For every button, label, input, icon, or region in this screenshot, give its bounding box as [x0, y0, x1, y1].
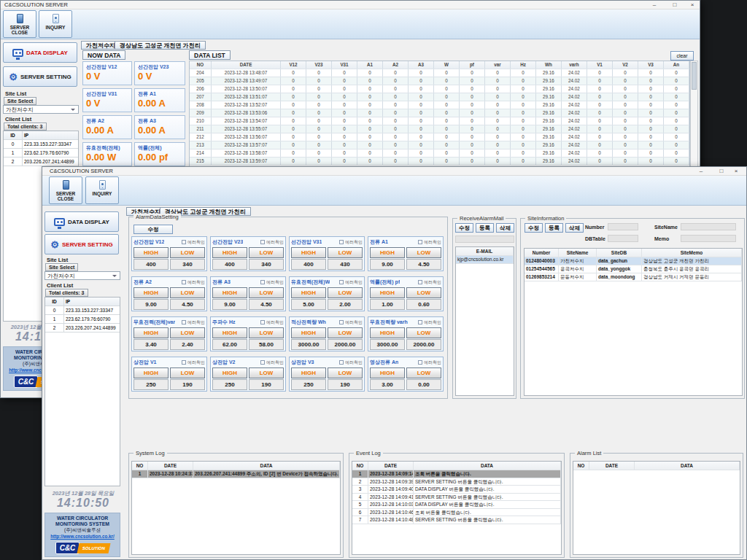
maximize-icon[interactable]: □	[669, 1, 681, 9]
high-button[interactable]: HIGH	[370, 287, 405, 298]
table-row[interactable]: 2092023-12-28 13:53:06000000000029.1624.…	[190, 109, 689, 117]
table-row[interactable]: 2122023-12-28 13:56:07000000000029.1624.…	[190, 133, 689, 141]
low-button[interactable]: LOW	[170, 327, 205, 338]
checkbox[interactable]	[418, 240, 422, 244]
inquiry-button[interactable]: INQUIRY	[85, 176, 119, 204]
high-button[interactable]: HIGH	[212, 327, 247, 338]
checkbox[interactable]	[260, 240, 265, 244]
table-row[interactable]: 2072023-12-28 13:51:07000000000029.1624.…	[190, 93, 689, 101]
checkbox[interactable]	[182, 320, 186, 324]
company-link[interactable]: http://www.cncsolution.co.kr/	[45, 533, 120, 540]
site-register-button[interactable]: 등록	[545, 223, 563, 233]
number-input[interactable]	[608, 223, 638, 230]
titlebar[interactable]: C&CSOLUTION SERVER – □ ×	[1, 1, 700, 9]
nav-server-setting[interactable]: ⚙ SERVER SETTING	[44, 234, 119, 254]
table-row[interactable]: 2062023-12-28 13:50:07000000000029.1624.…	[190, 85, 689, 93]
site-delete-button[interactable]: 삭제	[565, 223, 584, 233]
high-button[interactable]: HIGH	[133, 287, 169, 298]
site-select-dropdown[interactable]: 가천저수지	[3, 105, 79, 114]
site-row[interactable]: 01269853214문동저수지data_moondong경상남도 거제시 거제…	[525, 273, 742, 281]
checkbox[interactable]	[339, 320, 344, 324]
log-row[interactable]: 72023-12-28 14:10:48SERVER SETTING 버튼을 클…	[352, 516, 561, 524]
log-row[interactable]: 32023-12-28 14:09:40DATA DISPLAY 버튼을 클릭했…	[352, 486, 561, 494]
table-row[interactable]: 2142023-12-28 13:58:07000000000029.1624.…	[190, 149, 689, 158]
checkbox[interactable]	[182, 360, 186, 365]
tab-site-address[interactable]: 경상남도 고성군 개천면 가천리	[115, 41, 206, 50]
checkbox[interactable]	[339, 240, 344, 244]
minimize-icon[interactable]: –	[695, 167, 707, 175]
site-row[interactable]: 01248040003가천저수지data_gachun경상남도 고성군 개천면 …	[525, 257, 742, 265]
scrollbar-thumb[interactable]	[692, 62, 697, 90]
checkbox[interactable]	[182, 280, 186, 284]
checkbox[interactable]	[418, 320, 422, 324]
titlebar[interactable]: C&CSOLUTION SERVER – □ ×	[42, 167, 746, 176]
site-select-label[interactable]: Site Select	[4, 97, 36, 105]
high-button[interactable]: HIGH	[133, 368, 169, 378]
checkbox[interactable]	[339, 280, 344, 284]
table-row[interactable]: 2052023-12-28 13:49:07000000000029.1624.…	[190, 77, 689, 85]
low-button[interactable]: LOW	[406, 287, 441, 298]
checkbox[interactable]	[260, 280, 265, 284]
low-button[interactable]: LOW	[406, 368, 441, 378]
high-button[interactable]: HIGH	[291, 327, 326, 338]
nav-data-display[interactable]: DATA DISPLAY	[44, 211, 119, 232]
checkbox[interactable]	[418, 280, 422, 284]
minimize-icon[interactable]: –	[649, 1, 660, 9]
log-row[interactable]: 52023-12-28 14:10:03DATA DISPLAY 버튼을 클릭했…	[352, 501, 561, 509]
inquiry-button[interactable]: INQUIRY	[39, 10, 72, 38]
client-row[interactable]: 2203.226.207.241:44899	[45, 324, 120, 332]
close-icon[interactable]: ×	[686, 1, 698, 9]
log-row[interactable]: 22023-12-28 14:09:39SERVER SETTING 버튼을 클…	[352, 478, 561, 486]
high-button[interactable]: HIGH	[133, 327, 169, 338]
close-icon[interactable]: ×	[730, 167, 742, 175]
client-row[interactable]: 0223.33.153.227:33347	[4, 140, 78, 149]
log-row[interactable]: 62023-12-28 14:10:46조회 버튼을 클릭했습니다.	[352, 509, 561, 517]
low-button[interactable]: LOW	[328, 287, 363, 298]
server-close-button[interactable]: SERVER CLOSE	[49, 176, 82, 204]
db-table-input[interactable]	[608, 235, 638, 242]
table-row[interactable]: 2082023-12-28 13:52:07000000000029.1624.…	[190, 101, 689, 109]
high-button[interactable]: HIGH	[212, 247, 247, 258]
low-button[interactable]: LOW	[406, 327, 441, 338]
checkbox[interactable]	[260, 320, 265, 324]
low-button[interactable]: LOW	[170, 247, 205, 258]
client-row[interactable]: 1223.62.179.76:60790	[4, 149, 78, 158]
mail-delete-button[interactable]: 삭제	[496, 223, 514, 233]
log-row[interactable]: 42023-12-28 14:09:41SERVER SETTING 버튼을 클…	[352, 494, 561, 502]
low-button[interactable]: LOW	[328, 327, 363, 338]
client-row[interactable]: 1223.62.179.76:60790	[45, 315, 120, 324]
low-button[interactable]: LOW	[170, 368, 205, 378]
high-button[interactable]: HIGH	[291, 247, 326, 258]
low-button[interactable]: LOW	[328, 368, 363, 378]
low-button[interactable]: LOW	[249, 368, 284, 378]
high-button[interactable]: HIGH	[212, 368, 247, 378]
high-button[interactable]: HIGH	[370, 327, 405, 338]
edit-button[interactable]: 수정	[133, 225, 173, 234]
site-row[interactable]: 01254544565용곡저수지data_yonggok충청북도 충주시 용곡면…	[525, 265, 742, 273]
low-button[interactable]: LOW	[406, 247, 441, 258]
low-button[interactable]: LOW	[328, 247, 363, 258]
checkbox[interactable]	[339, 360, 344, 365]
server-close-button[interactable]: SERVER CLOSE	[3, 10, 36, 38]
table-row[interactable]: 2132023-12-28 13:57:07000000000029.1624.…	[190, 141, 689, 149]
site-edit-button[interactable]: 수정	[525, 223, 543, 233]
nav-server-setting[interactable]: ⚙ SERVER SETTING	[3, 66, 77, 87]
site-select-label[interactable]: Site Select	[45, 263, 78, 271]
log-row[interactable]: 12023-12-28 10:24:33203.226.207.241:4489…	[132, 470, 340, 478]
clear-button[interactable]: clear	[670, 51, 694, 61]
table-row[interactable]: 2112023-12-28 13:55:07000000000029.1624.…	[190, 125, 689, 133]
memo-input[interactable]	[681, 235, 736, 242]
high-button[interactable]: HIGH	[291, 368, 326, 378]
nav-data-display[interactable]: DATA DISPLAY	[3, 42, 77, 63]
client-row[interactable]: 2203.226.207.241:44899	[4, 158, 78, 166]
high-button[interactable]: HIGH	[133, 247, 169, 258]
checkbox[interactable]	[260, 360, 265, 365]
site-select-dropdown[interactable]: 가천저수지	[44, 271, 120, 280]
table-row[interactable]: 2042023-12-28 13:48:07000000000029.1624.…	[190, 69, 689, 77]
high-button[interactable]: HIGH	[212, 287, 247, 298]
low-button[interactable]: LOW	[249, 287, 284, 298]
low-button[interactable]: LOW	[249, 327, 284, 338]
table-row[interactable]: 2102023-12-28 13:54:07000000000029.1624.…	[190, 117, 689, 125]
checkbox[interactable]	[418, 360, 422, 365]
checkbox[interactable]	[182, 240, 186, 244]
